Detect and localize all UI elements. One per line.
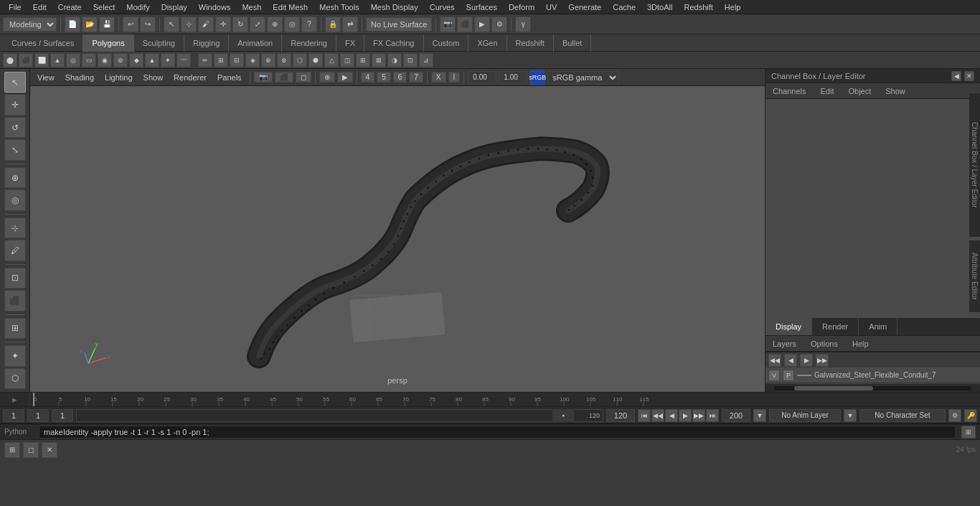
tab-anim[interactable]: Anim — [859, 318, 897, 335]
range-block-btn[interactable]: ▪ — [552, 409, 574, 422]
menu-file[interactable]: File — [3, 1, 27, 13]
soft-sel-btn[interactable]: ◎ — [284, 17, 300, 32]
edit-menu[interactable]: Edit — [813, 85, 841, 97]
help-menu-layers[interactable]: Help — [845, 338, 876, 350]
shelf-target-weld[interactable]: ⊿ — [419, 53, 433, 67]
menu-surfaces[interactable]: Surfaces — [461, 1, 503, 13]
ipr-btn[interactable]: ▶ — [474, 17, 490, 32]
shelf-platonic[interactable]: ✦ — [161, 53, 175, 67]
smooth-shade-btn[interactable]: 5 — [377, 72, 391, 83]
tab-curves-surfaces[interactable]: Curves / Surfaces — [3, 34, 83, 52]
scale-field[interactable]: 1.00 — [499, 71, 527, 84]
isolate-btn[interactable]: I — [448, 72, 461, 83]
rotate-tool-btn[interactable]: ↺ — [4, 117, 26, 138]
scale-btn[interactable]: ⤢ — [250, 17, 265, 32]
shelf-cylinder[interactable]: ⬜ — [34, 53, 49, 67]
current-frame-field[interactable]: 1 — [3, 409, 24, 422]
display-layer-btn[interactable]: ⬛ — [4, 290, 26, 311]
menu-help[interactable]: Help — [719, 1, 747, 13]
shelf-quad[interactable]: ◫ — [340, 53, 354, 67]
layer-fwd-btn[interactable]: ▶ — [800, 354, 813, 367]
window-minimize-btn[interactable]: ◻ — [23, 442, 39, 458]
channels-menu[interactable]: Channels — [765, 85, 813, 97]
render-settings-btn[interactable]: ⚙ — [491, 17, 507, 32]
render-disp-btn[interactable]: ▶ — [337, 72, 353, 83]
shelf-helix[interactable]: 〰 — [176, 53, 191, 67]
tab-fx[interactable]: FX — [336, 34, 364, 52]
menu-windows[interactable]: Windows — [193, 1, 237, 13]
menu-cache[interactable]: Cache — [607, 1, 641, 13]
tab-redshift[interactable]: Redshift — [507, 34, 554, 52]
shelf-subdiv[interactable]: ⬡ — [293, 53, 307, 67]
paint-sel-btn[interactable]: 🖌 — [198, 17, 214, 32]
options-menu[interactable]: Options — [804, 338, 845, 350]
shelf-boolean[interactable]: ⊗ — [277, 53, 291, 67]
transform-btn[interactable]: ⇄ — [342, 17, 358, 32]
tab-xgen[interactable]: XGen — [468, 34, 507, 52]
frame-field3[interactable]: 1 — [52, 409, 73, 422]
object-menu[interactable]: Object — [841, 85, 878, 97]
python-input[interactable] — [39, 426, 956, 439]
menu-curves[interactable]: Curves — [424, 1, 461, 13]
select-btn[interactable]: ↖ — [164, 17, 179, 32]
view-menu[interactable]: View — [33, 72, 59, 83]
scale-tool-btn[interactable]: ⤡ — [4, 139, 26, 160]
renderer-menu[interactable]: Renderer — [169, 72, 211, 83]
rotate-btn[interactable]: ↻ — [232, 17, 248, 32]
shelf-separate[interactable]: ⊠ — [372, 53, 386, 67]
render-btn[interactable]: ⬛ — [457, 17, 473, 32]
layers-menu[interactable]: Layers — [765, 338, 804, 350]
shelf-bridge[interactable]: ⊟ — [230, 53, 244, 67]
shelf-prism[interactable]: ◆ — [129, 53, 143, 67]
menu-mesh-tools[interactable]: Mesh Tools — [314, 1, 364, 13]
show-menu[interactable]: Show — [139, 72, 168, 83]
xray-btn[interactable]: ⬡ — [4, 368, 26, 389]
shelf-disk[interactable]: ◉ — [98, 53, 112, 67]
menu-edit[interactable]: Edit — [27, 1, 52, 13]
char-set-settings-btn[interactable]: ⚙ — [948, 409, 961, 422]
lasso-btn[interactable]: ⊹ — [181, 17, 197, 32]
shelf-sphere[interactable]: ⬤ — [3, 53, 17, 67]
tab-fx-caching[interactable]: FX Caching — [364, 34, 423, 52]
window-close-btn[interactable]: ✕ — [42, 442, 57, 458]
frame-field2[interactable]: 1 — [27, 409, 49, 422]
tab-sculpting[interactable]: Sculpting — [134, 34, 184, 52]
menu-mesh[interactable]: Mesh — [236, 1, 267, 13]
layers-scrollbar[interactable] — [765, 383, 980, 392]
shelf-cube[interactable]: ⬛ — [19, 53, 33, 67]
soft-mod-btn[interactable]: ◎ — [4, 189, 26, 210]
shelf-extrude[interactable]: ⊞ — [214, 53, 228, 67]
layer-add-btn[interactable]: ◀◀ — [768, 354, 781, 367]
wireframe-btn[interactable]: 4 — [361, 72, 375, 83]
paint-sel-btn2[interactable]: 🖊 — [4, 240, 26, 261]
anim-layer-arrow-btn[interactable]: ▼ — [753, 409, 766, 422]
menu-redshift[interactable]: Redshift — [678, 1, 718, 13]
shelf-torus[interactable]: ◎ — [66, 53, 80, 67]
step-back-btn[interactable]: ◀◀ — [651, 409, 664, 422]
rotation-field[interactable]: 0.00 — [468, 71, 496, 84]
undo-btn[interactable]: ↩ — [123, 17, 138, 32]
step-fwd-btn[interactable]: ▶▶ — [692, 409, 705, 422]
menu-uv[interactable]: UV — [540, 1, 562, 13]
layer-render-toggle[interactable]: P — [783, 370, 794, 381]
shading-menu[interactable]: Shading — [61, 72, 98, 83]
layer-end-btn[interactable]: ▶▶ — [816, 354, 829, 367]
snap-camera-btn[interactable]: ⊕ — [319, 72, 335, 83]
menu-edit-mesh[interactable]: Edit Mesh — [267, 1, 314, 13]
shelf-cone[interactable]: ▲ — [50, 53, 65, 67]
shelf-append[interactable]: ⊡ — [403, 53, 418, 67]
shelf-mirror[interactable]: ⊞ — [356, 53, 370, 67]
play-back-btn[interactable]: ◀ — [665, 409, 678, 422]
safe-action-btn[interactable]: ◻ — [296, 72, 311, 83]
channel-box-expand-btn[interactable]: ◀ — [951, 71, 961, 81]
tab-rigging[interactable]: Rigging — [184, 34, 229, 52]
shelf-combine[interactable]: ⊕ — [261, 53, 275, 67]
select-tool-btn[interactable]: ↖ — [4, 72, 26, 93]
menu-modify[interactable]: Modify — [121, 1, 155, 13]
snap-help-btn[interactable]: ? — [301, 17, 317, 32]
gamma-btn[interactable]: γ — [515, 17, 531, 32]
channel-box-close-btn[interactable]: ✕ — [964, 71, 974, 81]
tab-polygons[interactable]: Polygons — [83, 34, 133, 52]
layer-visibility-toggle[interactable]: V — [768, 370, 780, 381]
render-region-btn[interactable]: ⊞ — [4, 318, 26, 339]
